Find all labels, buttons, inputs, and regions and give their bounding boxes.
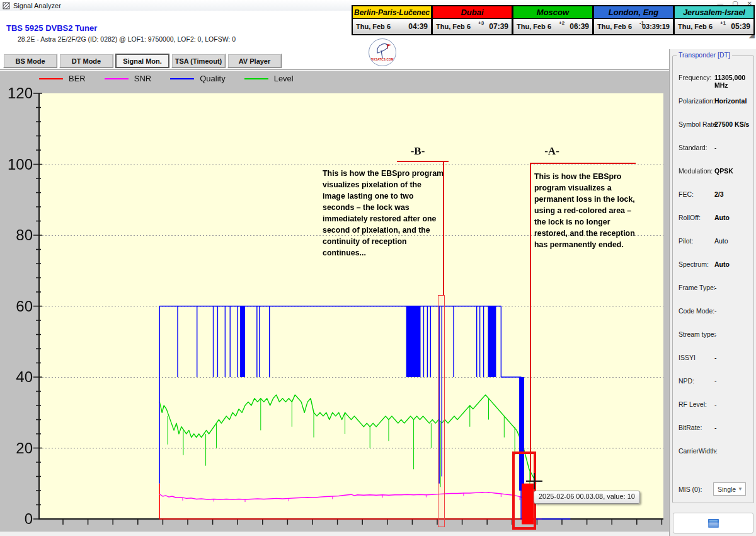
field-label: Standard:: [679, 144, 707, 151]
annotation-a-label: -A-: [529, 145, 575, 158]
annotation-a-bracket-v: [530, 163, 531, 481]
tab-av-player[interactable]: AV Player: [227, 54, 282, 68]
logo-text: DXSATCS.COM: [369, 58, 396, 61]
transponder-panel: Transponder [DT] Frequency:11305,000 MHz…: [670, 49, 756, 536]
y-axis-tick-label: 80: [1, 226, 33, 244]
clock-utc-offset: +2: [559, 20, 564, 26]
clock-utc-offset: -1: [639, 20, 644, 26]
clock-date: Thu, Feb 6: [597, 23, 632, 30]
tab-bs-mode[interactable]: BS Mode: [3, 54, 57, 68]
legend-item-level: Level: [244, 74, 294, 83]
tuner-subtitle: 28.2E - Astra 2E/2F/2G (ID: 0282) @ LOF1…: [18, 35, 236, 43]
field-value: Horizontal: [714, 97, 747, 105]
field-label: ISSYI: [679, 354, 696, 361]
clock-city-label: Berlin-Paris-Lučenec: [353, 6, 431, 19]
field-label: Stream type:: [679, 330, 716, 338]
clock-date: Thu, Feb 6: [678, 23, 713, 30]
field-value: -: [714, 400, 717, 408]
chart-legend: BER SNR Quality Level: [39, 74, 294, 83]
field-label: RollOff:: [679, 214, 701, 221]
y-axis-tick-label: 20: [1, 440, 33, 457]
mis-dropdown[interactable]: Single ▼: [713, 482, 746, 496]
clock-utc-offset: +1: [720, 20, 726, 26]
field-label: Frame Type:: [679, 284, 716, 291]
annotation-b-bracket-h: [397, 161, 449, 162]
field-value: Auto: [714, 214, 730, 221]
mis-label: MIS (0):: [679, 486, 702, 493]
annotation-a-text: This is how the EBSpro program visualize…: [534, 172, 640, 251]
transponder-field-row: Symbol Rate:27500 KS/s: [679, 120, 754, 129]
window-title: Signal Analyzer: [13, 2, 61, 9]
transponder-field-row: BitRate:-: [679, 424, 754, 433]
field-value: 2/3: [714, 190, 724, 198]
field-value: Auto: [714, 260, 730, 268]
clock-time: 06:39: [570, 22, 589, 31]
field-value: -: [714, 144, 717, 151]
clock-date: Thu, Feb 6: [436, 23, 471, 30]
legend-item-quality: Quality: [170, 74, 225, 83]
transponder-field-row: NPD:-: [679, 377, 754, 386]
field-label: NPD:: [679, 377, 694, 385]
signal-chart-panel: BER SNR Quality Level 020406080100120 -B…: [0, 71, 669, 532]
y-axis-tick-label: 40: [1, 368, 33, 386]
field-label: Pilot:: [679, 237, 693, 245]
legend-item-ber: BER: [39, 74, 86, 83]
field-value: QPSK: [714, 167, 733, 175]
transponder-title: Transponder [DT]: [677, 51, 732, 59]
clock-time: 04:39: [408, 22, 428, 31]
mode-tabs: BS Mode DT Mode Signal Mon. TSA (Timeout…: [3, 54, 282, 68]
annotation-a-bracket-h: [530, 163, 636, 164]
transponder-field-row: Modulation:QPSK: [679, 167, 754, 176]
field-value: 27500 KS/s: [714, 120, 749, 128]
clock-time: 05:39: [731, 22, 750, 31]
level-color-swatch: [244, 78, 268, 79]
clock-utc-offset: +3: [478, 20, 484, 26]
transponder-field-row: FEC:2/3: [679, 190, 754, 199]
clock-time: 07:39: [489, 22, 508, 31]
tab-signal-mon[interactable]: Signal Mon.: [115, 54, 169, 68]
quality-color-swatch: [170, 78, 194, 79]
clock-city-label: Jerusalem-Israel: [675, 6, 753, 19]
signal-chart-canvas[interactable]: [0, 71, 669, 532]
transponder-field-row: RollOff:Auto: [679, 214, 754, 223]
y-axis-tick-label: 100: [1, 156, 33, 173]
field-label: Frequency:: [679, 74, 712, 81]
transponder-field-row: Polarization:Horizontal: [679, 97, 754, 106]
footer-strip: [0, 532, 669, 536]
field-value: -: [714, 354, 717, 361]
clock-london: London, Eng Thu, Feb 6 -1 03:39:19: [593, 5, 674, 35]
transponder-field-row: Frequency:11305,000 MHz: [679, 74, 754, 83]
chevron-down-icon: ▼: [738, 486, 743, 492]
pixelation-marker-rect: [438, 295, 445, 527]
legend-item-snr: SNR: [105, 74, 151, 83]
clock-city-label: Moscow: [513, 6, 592, 19]
transponder-field-row: Frame Type:-: [679, 284, 754, 293]
field-label: BitRate:: [679, 424, 702, 431]
field-value: -: [714, 284, 717, 291]
transponder-field-row: ISSYI-: [679, 354, 754, 363]
clock-date: Thu, Feb 6: [356, 23, 391, 30]
clock-time: 03:39:19: [642, 23, 670, 30]
field-label: Symbol Rate:: [679, 120, 718, 128]
field-value: -: [714, 330, 717, 338]
field-label: RF Level:: [679, 400, 707, 408]
transponder-field-row: CarrierWidth:-: [679, 447, 754, 456]
transponder-field-row: RF Level:-: [679, 400, 754, 409]
field-value: -: [714, 424, 717, 431]
ber-color-swatch: [39, 78, 63, 79]
clock-berlin: Berlin-Paris-Lučenec Thu, Feb 6 04:39: [352, 5, 432, 35]
annotation-b-label: -B-: [395, 145, 440, 158]
list-icon: [708, 519, 719, 528]
field-label: Spectrum:: [679, 260, 709, 268]
tuner-title: TBS 5925 DVBS2 Tuner: [6, 23, 97, 33]
crosshair-cursor: [534, 473, 535, 489]
clock-dubai: Dubai Thu, Feb 6 +3 07:39: [432, 5, 513, 35]
y-axis-tick-label: 60: [1, 298, 33, 315]
field-value: -: [714, 307, 717, 315]
tab-dt-mode[interactable]: DT Mode: [59, 54, 113, 68]
clock-jerusalem: Jerusalem-Israel Thu, Feb 6 +1 05:39: [674, 5, 755, 35]
field-label: FEC:: [679, 190, 694, 198]
field-value: -: [714, 377, 717, 385]
tab-tsa-timeout[interactable]: TSA (Timeout): [171, 54, 226, 68]
transport-stream-button[interactable]: [673, 513, 753, 533]
